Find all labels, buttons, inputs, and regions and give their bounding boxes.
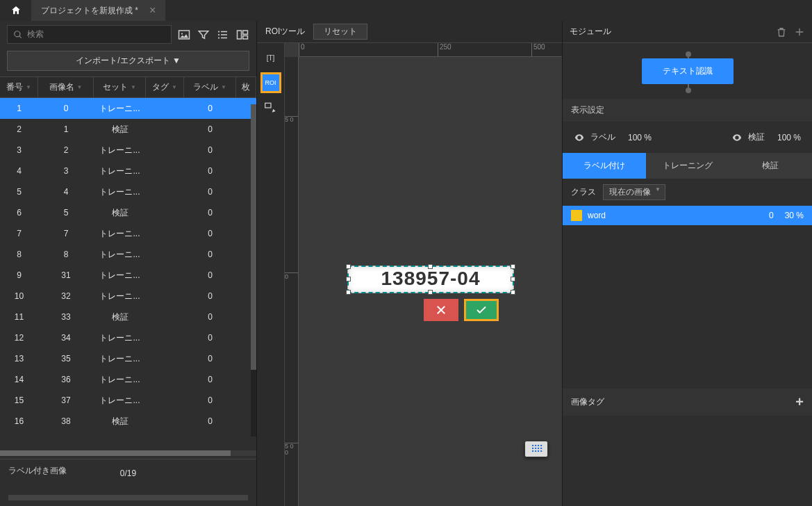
roi-handle-tr[interactable] — [511, 264, 515, 269]
vis-val-pct: 100 % — [777, 133, 801, 142]
cell-label: 0 — [184, 291, 236, 301]
col-header-number[interactable]: 番号▼ — [0, 77, 38, 97]
cancel-roi-button[interactable] — [424, 299, 458, 321]
cell-name: 36 — [38, 375, 94, 384]
reset-button[interactable]: リセット — [313, 24, 367, 40]
cell-num: 6 — [0, 208, 38, 218]
keyboard-toggle[interactable]: ⠿⠿ — [524, 441, 548, 457]
roi-handle-r[interactable] — [511, 277, 515, 281]
canvas[interactable]: 138957-04 — [299, 57, 562, 506]
visibility-label-toggle[interactable]: ラベル 100 % — [574, 131, 652, 143]
table-row[interactable]: 65検証0 — [0, 202, 256, 223]
cell-set: 検証 — [94, 416, 146, 427]
cell-set: トレーニ... — [94, 249, 146, 261]
search-icon — [13, 30, 23, 40]
cell-set: 検証 — [94, 207, 146, 219]
table-row[interactable]: 43トレーニ...0 — [0, 161, 256, 181]
list-icon[interactable] — [216, 28, 230, 42]
cell-set: トレーニ... — [94, 145, 146, 156]
cell-name: 5 — [38, 208, 94, 218]
svg-rect-7 — [221, 37, 227, 38]
tool-rail: [T] ROI — [257, 43, 285, 506]
svg-rect-10 — [243, 35, 248, 39]
table-row[interactable]: 54トレーニ...0 — [0, 181, 256, 202]
table-row[interactable]: 1335トレーニ...0 — [0, 348, 256, 369]
roi-handle-bl[interactable] — [346, 290, 351, 295]
col-header-label[interactable]: ラベル▼ — [184, 77, 236, 97]
visibility-validation-toggle[interactable]: 検証 100 % — [731, 131, 801, 143]
cell-num: 2 — [0, 124, 38, 134]
cell-label: 0 — [184, 270, 236, 280]
add-image-tag-button[interactable]: + — [795, 394, 804, 410]
cell-label: 0 — [184, 333, 236, 343]
table-row[interactable]: 77トレーニ...0 — [0, 223, 256, 244]
confirm-roi-button[interactable] — [464, 299, 499, 321]
cell-num: 4 — [0, 166, 38, 176]
close-tab-icon[interactable]: × — [149, 4, 156, 17]
table-row[interactable]: 21検証0 — [0, 119, 256, 140]
home-button[interactable] — [0, 0, 31, 21]
x-icon — [435, 304, 447, 316]
roi-tool-button[interactable]: ROI — [260, 72, 281, 93]
panel-footer: ラベル付き画像 0/19 — [0, 459, 256, 506]
image-tag-header: 画像タグ + — [563, 389, 812, 416]
text-tool-button[interactable]: [T] — [260, 47, 281, 68]
vertical-scrollbar[interactable] — [251, 104, 256, 436]
table-row[interactable]: 1234トレーニ...0 — [0, 327, 256, 348]
keyboard-icon: ⠿⠿ — [531, 443, 542, 455]
image-tag-label: 画像タグ — [571, 396, 604, 408]
class-scope-select[interactable]: 現在の画像 — [603, 184, 665, 200]
col-header-count[interactable]: 枚 — [236, 77, 256, 97]
search-input[interactable]: 検索 — [7, 25, 172, 44]
check-icon — [475, 304, 488, 316]
canvas-wrapper: 0 250 500 5 0 0 5 0 0 138957-04 — [285, 43, 562, 506]
cell-name: 33 — [38, 312, 94, 322]
roi-handle-br[interactable] — [511, 290, 515, 295]
table-row[interactable]: 1032トレーニ...0 — [0, 286, 256, 307]
cell-num: 1 — [0, 104, 38, 113]
table-row[interactable]: 931トレーニ...0 — [0, 265, 256, 286]
col-header-image-name[interactable]: 画像名▼ — [38, 77, 94, 97]
center-panel: ROIツール リセット [T] ROI 0 250 500 5 — [257, 21, 562, 506]
vertical-ruler: 5 0 0 5 0 0 — [285, 57, 299, 506]
text-recognition-module[interactable]: テキスト認識 — [642, 58, 734, 84]
cell-set: トレーニ... — [94, 374, 146, 386]
plus-icon[interactable] — [794, 26, 805, 38]
roi-handle-tl[interactable] — [346, 264, 351, 269]
tab-training[interactable]: トレーニング — [646, 153, 729, 179]
roi-handle-b[interactable] — [428, 290, 433, 295]
table-row[interactable]: 88トレーニ...0 — [0, 244, 256, 265]
vis-val-text: 検証 — [748, 131, 765, 143]
roi-selection-box[interactable] — [347, 266, 514, 293]
table-row[interactable]: 10トレーニ...0 — [0, 98, 256, 119]
filter-icon[interactable] — [197, 28, 210, 42]
roi-handle-l[interactable] — [346, 277, 351, 281]
col-header-tag[interactable]: タグ▼ — [146, 77, 184, 97]
horizontal-scrollbar[interactable] — [0, 450, 256, 456]
search-placeholder: 検索 — [27, 28, 44, 40]
tab-labeling[interactable]: ラベル付け — [563, 153, 646, 179]
table-row[interactable]: 32トレーニ...0 — [0, 140, 256, 161]
table-row[interactable]: 1133検証0 — [0, 307, 256, 327]
col-header-set[interactable]: セット▼ — [94, 77, 146, 97]
roi-tool-label: ROIツール — [265, 26, 305, 38]
layout-icon[interactable] — [235, 28, 249, 42]
cell-label: 0 — [184, 395, 236, 405]
cell-num: 3 — [0, 145, 38, 155]
cell-label: 0 — [184, 416, 236, 426]
table-row[interactable]: 1436トレーニ...0 — [0, 369, 256, 390]
table-row[interactable]: 1537トレーニ...0 — [0, 390, 256, 411]
roi-tool-label-inner: ROI — [265, 79, 276, 86]
table-row[interactable]: 1638検証0 — [0, 411, 256, 432]
trash-icon[interactable] — [776, 26, 787, 38]
image-placeholder-icon[interactable] — [177, 28, 191, 42]
cell-set: 検証 — [94, 124, 146, 136]
svg-point-1 — [181, 33, 183, 34]
progress-label: 0/19 — [120, 468, 136, 478]
roi-handle-t[interactable] — [428, 264, 433, 269]
tab-validation[interactable]: 検証 — [729, 153, 812, 179]
class-item-word[interactable]: word 0 30 % — [563, 206, 812, 225]
project-tab[interactable]: プロジェクトを新規作成 * × — [31, 0, 165, 21]
pointer-tool-button[interactable] — [260, 97, 281, 118]
import-export-button[interactable]: インポート/エクスポート ▼ — [7, 51, 249, 71]
